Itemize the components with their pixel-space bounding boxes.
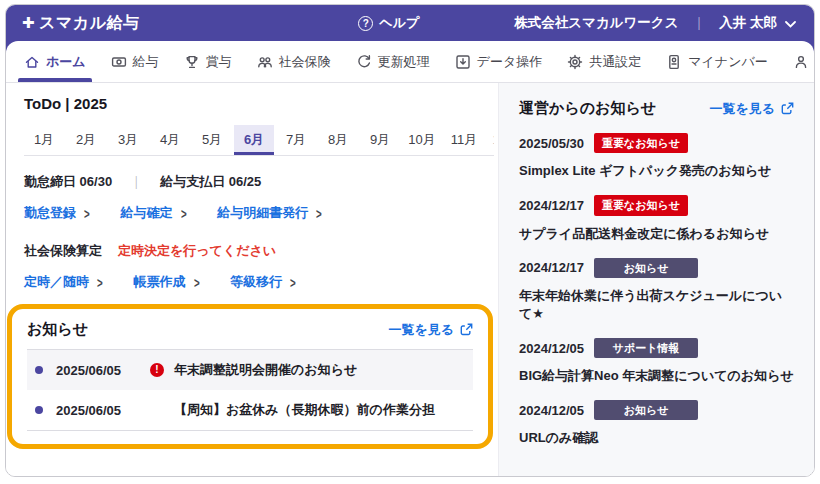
help-label: ヘルプ <box>379 14 419 32</box>
view-all-label: 一覧を見る <box>388 321 454 339</box>
view-all-label: 一覧を見る <box>709 100 775 118</box>
month-tab-3[interactable]: 3月 <box>108 125 148 155</box>
step-link-label: 帳票作成 <box>134 273 186 291</box>
month-tab-6[interactable]: 6月 <box>234 125 274 155</box>
date-separator: ｜ <box>130 174 143 189</box>
payroll-step-links: 勤怠登録>給与確定>給与明細書発行> <box>24 204 480 222</box>
operator-news-item[interactable]: 2024/12/05サポート情報BIG給与計算Neo 年末調整についてのお知らせ <box>519 338 794 385</box>
chevron-right-icon: > <box>181 204 187 221</box>
month-tab-9[interactable]: 9月 <box>360 125 400 155</box>
month-tab-4[interactable]: 4月 <box>150 125 190 155</box>
app-logo-text: スマカル給与 <box>39 13 140 34</box>
month-tab-11[interactable]: 11月 <box>444 125 484 155</box>
operator-news-view-all-link[interactable]: 一覧を見る <box>709 100 794 118</box>
operator-news-panel: 運営からのお知らせ 一覧を見る 2025/05/30重要なお知らせSimplex… <box>498 83 814 477</box>
news-date: 2024/12/05 <box>519 341 584 356</box>
people-icon <box>257 54 273 70</box>
step-link-insurance-1[interactable]: 帳票作成> <box>134 273 201 291</box>
content-area: ToDo | 2025 1月2月3月4月5月6月7月8月9月10月11月12月 … <box>6 83 814 477</box>
main-panel: ToDo | 2025 1月2月3月4月5月6月7月8月9月10月11月12月 … <box>6 83 498 477</box>
notices-title: お知らせ <box>27 320 88 339</box>
nav-item-gear[interactable]: 共通設定 <box>567 41 641 82</box>
nav-item-home[interactable]: ホーム <box>24 41 86 82</box>
news-title: BIG給与計算Neo 年末調整についてのお知らせ <box>519 367 794 385</box>
news-date: 2024/12/05 <box>519 403 584 418</box>
banknote-icon <box>111 54 127 70</box>
user-menu[interactable]: 入井 太郎 <box>719 14 796 32</box>
month-tab-8[interactable]: 8月 <box>318 125 358 155</box>
company-name: 株式会社スマカルワークス <box>514 14 678 32</box>
operator-news-item[interactable]: 2025/05/30重要なお知らせSimplex Lite ギフトパック発売のお… <box>519 133 794 180</box>
news-badge: お知らせ <box>594 258 698 278</box>
help-question-icon: ? <box>358 16 373 31</box>
month-tab-10[interactable]: 10月 <box>402 125 442 155</box>
app-logo[interactable]: ✚ スマカル給与 <box>22 13 140 34</box>
news-title: Simplex Lite ギフトパック発売のお知らせ <box>519 162 794 180</box>
nav-item-label: 共通設定 <box>589 53 641 71</box>
news-badge: お知らせ <box>594 400 698 420</box>
step-link-label: 定時／随時 <box>24 273 89 291</box>
notices-header: お知らせ 一覧を見る <box>27 320 473 339</box>
insurance-label: 社会保険算定 <box>24 242 102 260</box>
nav-item-trophy[interactable]: 賞与 <box>184 41 232 82</box>
id-card-icon <box>666 54 682 70</box>
nav-item-label: マイナンバー <box>688 53 768 71</box>
notice-row[interactable]: 2025/06/05【周知】お盆休み（長期休暇）前の作業分担 <box>27 390 473 430</box>
chevron-right-icon: > <box>316 204 322 221</box>
bullet-icon <box>35 366 43 374</box>
step-link-payroll-1[interactable]: 給与確定> <box>121 204 188 222</box>
news-title: サプライ品配送料金改定に係わるお知らせ <box>519 225 794 243</box>
news-date: 2024/12/17 <box>519 260 584 275</box>
operator-news-title: 運営からのお知らせ <box>519 99 656 118</box>
month-tab-12[interactable]: 12月 <box>486 125 494 155</box>
plus-logo-icon: ✚ <box>22 14 35 32</box>
step-link-payroll-2[interactable]: 給与明細書発行> <box>217 204 323 222</box>
gear-icon <box>567 54 583 70</box>
nav-item-label: 給与 <box>133 53 159 71</box>
operator-news-item[interactable]: 2024/12/05お知らせURLのみ確認 <box>519 400 794 447</box>
nav-item-refresh[interactable]: 更新処理 <box>356 41 430 82</box>
payroll-dates: 勤怠締日 06/30 ｜ 給与支払日 06/25 <box>24 173 480 191</box>
nav-item-data-box[interactable]: データ操作 <box>455 41 543 82</box>
notices-view-all-link[interactable]: 一覧を見る <box>388 321 473 339</box>
salary-pay-date: 給与支払日 06/25 <box>160 174 261 189</box>
month-tab-2[interactable]: 2月 <box>66 125 106 155</box>
help-button[interactable]: ? ヘルプ <box>358 14 419 32</box>
month-tab-7[interactable]: 7月 <box>276 125 316 155</box>
news-title: URLのみ確認 <box>519 429 794 447</box>
notice-date: 2025/06/05 <box>56 403 144 418</box>
app-window: ✚ スマカル給与 ? ヘルプ 株式会社スマカルワークス ｜ 入井 太郎 ホーム給… <box>5 4 815 477</box>
data-box-icon <box>455 54 471 70</box>
insurance-alert-text: 定時決定を行ってください <box>118 242 276 260</box>
insurance-status: 社会保険算定 定時決定を行ってください <box>24 242 480 260</box>
header-right: ? ヘルプ 株式会社スマカルワークス ｜ 入井 太郎 <box>358 14 796 32</box>
nav-item-people[interactable]: 社会保険 <box>257 41 331 82</box>
nav-item-label: ホーム <box>46 53 86 71</box>
step-link-payroll-0[interactable]: 勤怠登録> <box>24 204 91 222</box>
notices-list: 2025/06/05!年末調整説明会開催のお知らせ2025/06/05【周知】お… <box>27 349 473 431</box>
month-tabs: 1月2月3月4月5月6月7月8月9月10月11月12月 <box>24 125 494 156</box>
operator-news-item[interactable]: 2024/12/17重要なお知らせサプライ品配送料金改定に係わるお知らせ <box>519 195 794 242</box>
operator-news-item[interactable]: 2024/12/17お知らせ年末年始休業に伴う出荷スケジュールについて★ <box>519 258 794 323</box>
insurance-step-links: 定時／随時>帳票作成>等級移行> <box>24 273 480 291</box>
notice-row[interactable]: 2025/06/05!年末調整説明会開催のお知らせ <box>27 350 473 390</box>
external-link-icon <box>781 102 794 115</box>
month-tab-1[interactable]: 1月 <box>24 125 64 155</box>
nav-item-label: 社会保険 <box>279 53 331 71</box>
step-link-insurance-0[interactable]: 定時／随時> <box>24 273 104 291</box>
nav-item-person[interactable]: 管理 <box>793 41 815 82</box>
chevron-right-icon: > <box>290 273 296 290</box>
step-link-insurance-2[interactable]: 等級移行> <box>230 273 297 291</box>
notice-title: 【周知】お盆休み（長期休暇）前の作業分担 <box>174 401 435 419</box>
notices-panel-highlighted: お知らせ 一覧を見る 2025/06/05!年末調整説明会開催のお知らせ2025… <box>7 304 493 449</box>
notice-title: 年末調整説明会開催のお知らせ <box>174 361 357 379</box>
chevron-right-icon: > <box>97 273 103 290</box>
month-tab-5[interactable]: 5月 <box>192 125 232 155</box>
nav-item-id-card[interactable]: マイナンバー <box>666 41 768 82</box>
news-badge: サポート情報 <box>594 338 698 358</box>
nav-item-banknote[interactable]: 給与 <box>111 41 159 82</box>
refresh-icon <box>356 54 372 70</box>
news-date: 2024/12/17 <box>519 198 584 213</box>
chevron-down-icon <box>785 16 796 31</box>
attendance-closing-date: 勤怠締日 06/30 <box>24 174 112 189</box>
